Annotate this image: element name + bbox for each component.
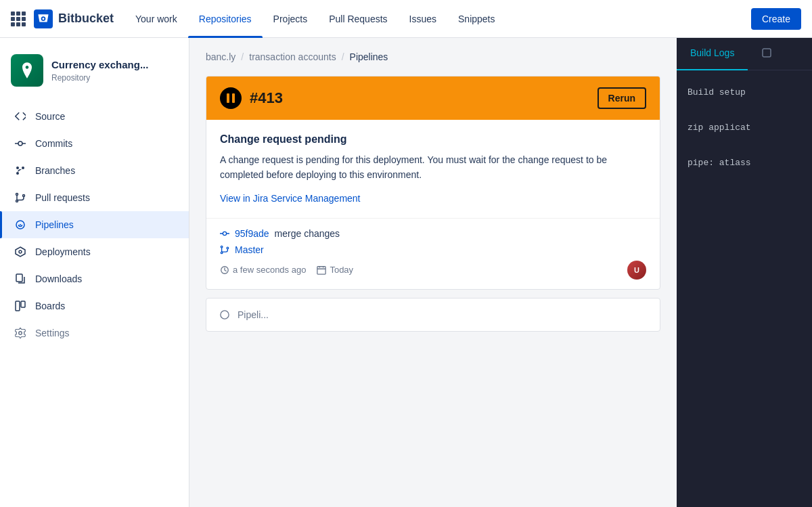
- top-navigation: Bitbucket Your work Repositories Project…: [0, 0, 812, 38]
- breadcrumb-bancly[interactable]: banc.ly: [206, 51, 235, 62]
- code-icon: [14, 110, 27, 123]
- tab-other[interactable]: [748, 38, 786, 70]
- change-request-title: Change request pending: [220, 133, 646, 146]
- bitbucket-logo-icon: [37, 13, 49, 25]
- breadcrumb-sep-2: /: [342, 51, 344, 62]
- pipeline-status-icon: [220, 310, 229, 319]
- sidebar-item-pipelines[interactable]: Pipelines: [0, 211, 189, 238]
- tab-build-logs[interactable]: Build Logs: [677, 38, 748, 70]
- commits-icon: [14, 137, 27, 150]
- commit-hash-icon: [220, 229, 229, 238]
- repo-type: Repository: [51, 73, 148, 83]
- svg-point-16: [221, 246, 223, 248]
- clock-icon: [220, 265, 229, 275]
- svg-point-13: [223, 232, 226, 235]
- svg-rect-11: [16, 301, 20, 311]
- footer-meta: a few seconds ago Today U: [220, 261, 646, 280]
- pipeline-card-partial: Pipeli...: [206, 298, 660, 332]
- sidebar-item-commits[interactable]: Commits: [0, 130, 189, 157]
- downloads-icon: [14, 272, 27, 286]
- sidebar-label-settings: Settings: [35, 328, 70, 338]
- svg-point-9: [19, 250, 22, 253]
- build-logs-tabs: Build Logs: [677, 38, 812, 70]
- svg-rect-26: [763, 49, 771, 57]
- pipeline-number: #413: [250, 89, 589, 107]
- svg-point-0: [18, 141, 22, 146]
- partial-pipeline-label: Pipeli...: [238, 309, 269, 320]
- main-layout: Currency exchang... Repository Source Co…: [0, 38, 812, 507]
- sidebar-item-downloads[interactable]: Downloads: [0, 265, 189, 292]
- nav-links: Your work Repositories Projects Pull Req…: [125, 0, 751, 38]
- sidebar-label-branches: Branches: [35, 165, 75, 176]
- change-request-text: A change request is pending for this dep…: [220, 152, 646, 183]
- pause-icon: [220, 87, 242, 109]
- sidebar-item-pull-requests[interactable]: Pull requests: [0, 184, 189, 211]
- nav-pull-requests[interactable]: Pull Requests: [318, 0, 398, 38]
- log-line-3: zip applicat: [687, 119, 801, 137]
- repo-avatar-icon: [18, 61, 37, 80]
- sidebar-nav: Source Commits Branches Pu: [0, 97, 189, 507]
- repo-info: Currency exchang... Repository: [51, 58, 148, 83]
- breadcrumb-sep-1: /: [241, 51, 244, 62]
- nav-issues[interactable]: Issues: [399, 0, 447, 38]
- sidebar-label-source: Source: [35, 111, 65, 122]
- branch-link[interactable]: Master: [235, 244, 264, 255]
- sidebar-item-source[interactable]: Source: [0, 103, 189, 130]
- app-switcher-icon[interactable]: [11, 12, 26, 26]
- nav-projects[interactable]: Projects: [263, 0, 319, 38]
- svg-rect-21: [317, 267, 325, 274]
- sidebar-item-settings[interactable]: Settings: [0, 319, 189, 347]
- breadcrumb: banc.ly / transaction accounts / Pipelin…: [206, 51, 660, 62]
- repo-avatar: [11, 54, 43, 87]
- sidebar-item-branches[interactable]: Branches: [0, 157, 189, 184]
- branches-icon: [14, 164, 27, 177]
- repo-header: Currency exchang... Repository: [0, 38, 189, 97]
- pipeline-footer: 95f9ade merge changes Master a few secon…: [206, 218, 660, 289]
- nav-right: Create: [751, 8, 801, 30]
- svg-point-5: [23, 195, 25, 197]
- sidebar-label-pull-requests: Pull requests: [35, 192, 90, 203]
- time-ago: a few seconds ago: [220, 265, 306, 275]
- svg-point-3: [16, 194, 18, 196]
- breadcrumb-pipelines: Pipelines: [350, 51, 388, 62]
- boards-icon: [14, 299, 27, 313]
- create-button[interactable]: Create: [751, 8, 801, 30]
- svg-point-25: [221, 311, 229, 319]
- pipeline-header: #413 Rerun: [206, 76, 660, 120]
- sidebar-item-deployments[interactable]: Deployments: [0, 238, 189, 265]
- build-logs-panel: Build Logs Build setup zip applicat pipe…: [677, 38, 812, 507]
- bitbucket-logo[interactable]: Bitbucket: [34, 9, 114, 28]
- rerun-button[interactable]: Rerun: [597, 87, 646, 109]
- sidebar-label-deployments: Deployments: [35, 246, 91, 257]
- sidebar-label-commits: Commits: [35, 138, 72, 149]
- pipeline-body: Change request pending A change request …: [206, 120, 660, 218]
- content-area: banc.ly / transaction accounts / Pipelin…: [189, 38, 677, 507]
- branch-row: Master: [220, 244, 646, 255]
- svg-point-8: [20, 224, 21, 225]
- nav-snippets[interactable]: Snippets: [447, 0, 505, 38]
- log-line-1: Build setup: [687, 84, 801, 102]
- commit-row: 95f9ade merge changes: [220, 228, 646, 239]
- commit-message: merge changes: [275, 228, 340, 239]
- pipelines-icon: [14, 218, 27, 232]
- breadcrumb-transaction-accounts[interactable]: transaction accounts: [249, 51, 336, 62]
- svg-point-18: [227, 247, 229, 249]
- repo-name: Currency exchang...: [51, 58, 148, 72]
- sidebar-label-downloads: Downloads: [35, 273, 82, 284]
- nav-your-work[interactable]: Your work: [125, 0, 188, 38]
- deployments-icon: [14, 245, 27, 259]
- sidebar-item-boards[interactable]: Boards: [0, 292, 189, 319]
- jira-link[interactable]: View in Jira Service Management: [220, 193, 361, 204]
- calendar-icon: [317, 265, 326, 275]
- user-avatar: U: [627, 261, 646, 280]
- sidebar-label-boards: Boards: [35, 301, 65, 311]
- pr-icon: [14, 191, 27, 204]
- log-line-4: [687, 137, 801, 154]
- branch-icon: [220, 245, 229, 255]
- commit-hash-link[interactable]: 95f9ade: [235, 228, 269, 239]
- build-logs-content: Build setup zip applicat pipe: atlass: [677, 70, 812, 507]
- svg-rect-12: [21, 301, 25, 307]
- nav-repositories[interactable]: Repositories: [188, 0, 263, 38]
- log-line-5: pipe: atlass: [687, 154, 801, 172]
- date-label: Today: [317, 265, 353, 275]
